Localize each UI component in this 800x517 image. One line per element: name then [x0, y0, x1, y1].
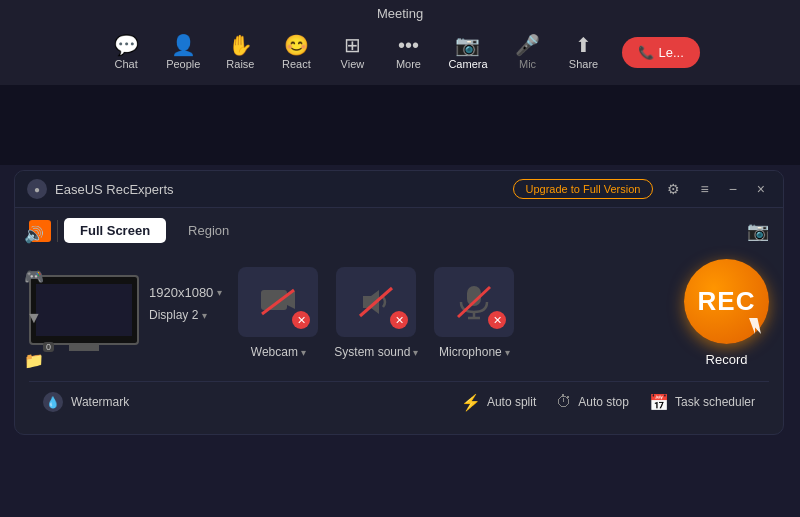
webcam-svg	[259, 287, 297, 317]
microphone-off-icon: ✕	[488, 311, 506, 329]
microphone-chevron: ▾	[505, 347, 510, 358]
toolbar-view[interactable]: ⊞ View	[326, 29, 378, 76]
sidebar-dropdown-icon[interactable]: ▼	[20, 304, 48, 332]
view-icon: ⊞	[344, 35, 361, 55]
phone-icon: 📞	[638, 45, 654, 60]
system-sound-button[interactable]: ✕ System sound ▾	[334, 267, 418, 359]
close-button[interactable]: ×	[751, 179, 771, 199]
display-selector[interactable]: Display 2 ▾	[149, 308, 222, 322]
toolbar-people[interactable]: 👤 People	[156, 29, 210, 76]
people-label: People	[166, 58, 200, 70]
rec-logo-area: ● EaseUS RecExperts	[27, 179, 174, 199]
chat-label: Chat	[115, 58, 138, 70]
react-icon: 😊	[284, 35, 309, 55]
more-label: More	[396, 58, 421, 70]
camera-label: Camera	[448, 58, 487, 70]
upgrade-button[interactable]: Upgrade to Full Version	[513, 179, 654, 199]
rec-titlebar: ● EaseUS RecExperts Upgrade to Full Vers…	[15, 171, 783, 208]
rec-app-name: EaseUS RecExperts	[55, 182, 174, 197]
webcam-chevron: ▾	[301, 347, 306, 358]
screenshot-icon[interactable]: 📷	[747, 220, 769, 242]
leave-button[interactable]: 📞 Le...	[622, 37, 700, 68]
auto-stop-icon: ⏱	[556, 393, 572, 411]
mic-icon: 🎤	[515, 35, 540, 55]
meeting-title: Meeting	[377, 0, 423, 25]
toolbar-more[interactable]: ••• More	[382, 29, 434, 76]
settings-button[interactable]: ⚙	[661, 179, 686, 199]
rec-experts-window: ● EaseUS RecExperts Upgrade to Full Vers…	[14, 170, 784, 435]
rec-logo-icon: ●	[27, 179, 47, 199]
raise-icon: ✋	[228, 35, 253, 55]
left-sidebar-panel: 🔊 🎮 ▼ 📁 0	[14, 210, 54, 384]
minimize-button[interactable]: −	[723, 179, 743, 199]
sidebar-gamepad-icon[interactable]: 🎮	[20, 262, 48, 290]
task-scheduler-label: Task scheduler	[675, 395, 755, 409]
webcam-button[interactable]: ✕ Webcam ▾	[238, 267, 318, 359]
resolution-chevron: ▾	[217, 287, 222, 298]
more-icon: •••	[398, 35, 419, 55]
watermark-control[interactable]: 💧 Watermark	[43, 392, 129, 412]
auto-split-control[interactable]: ⚡ Auto split	[461, 393, 536, 412]
rec-button-area: REC Record	[684, 259, 769, 367]
react-label: React	[282, 58, 311, 70]
resolution-selector[interactable]: 1920x1080 ▾	[149, 285, 222, 300]
record-label: Record	[706, 352, 748, 367]
auto-stop-label: Auto stop	[578, 395, 629, 409]
chat-icon: 💬	[114, 35, 139, 55]
rec-text: REC	[698, 286, 756, 317]
share-label: Share	[569, 58, 598, 70]
screen-preview: 1920x1080 ▾ Display 2 ▾	[29, 275, 222, 351]
rec-button[interactable]: REC	[684, 259, 769, 344]
webcam-off-icon: ✕	[292, 311, 310, 329]
bottom-bar: 💧 Watermark ⚡ Auto split ⏱ Auto stop 📅 T…	[29, 381, 769, 424]
tab-region[interactable]: Region	[172, 218, 245, 243]
microphone-button[interactable]: ✕ Microphone ▾	[434, 267, 514, 359]
meeting-toolbar: 💬 Chat 👤 People ✋ Raise 😊 React ⊞ View •…	[90, 25, 710, 80]
webcam-label: Webcam ▾	[251, 345, 306, 359]
tab-fullscreen[interactable]: Full Screen	[64, 218, 166, 243]
media-controls: ✕ Webcam ▾ ✕	[238, 267, 668, 359]
sidebar-files-icon[interactable]: 📁 0	[20, 346, 48, 374]
toolbar-raise[interactable]: ✋ Raise	[214, 29, 266, 76]
rec-titlebar-right: Upgrade to Full Version ⚙ ≡ − ×	[513, 179, 772, 199]
rec-content: Full Screen Region 📷 1920x1080	[15, 208, 783, 434]
toolbar-share[interactable]: ⬆ Share	[558, 29, 610, 76]
tab-row: Full Screen Region 📷	[29, 218, 769, 243]
task-scheduler-icon: 📅	[649, 393, 669, 412]
resolution-value: 1920x1080	[149, 285, 213, 300]
watermark-label: Watermark	[71, 395, 129, 409]
webcam-icon-box: ✕	[238, 267, 318, 337]
raise-label: Raise	[226, 58, 254, 70]
menu-button[interactable]: ≡	[694, 179, 714, 199]
auto-split-label: Auto split	[487, 395, 536, 409]
camera-icon: 📷	[455, 35, 480, 55]
sidebar-volume-icon[interactable]: 🔊	[20, 220, 48, 248]
microphone-svg	[455, 284, 493, 320]
background-area	[0, 85, 800, 165]
microphone-icon-box: ✕	[434, 267, 514, 337]
controls-row: 1920x1080 ▾ Display 2 ▾	[29, 253, 769, 373]
task-scheduler-control[interactable]: 📅 Task scheduler	[649, 393, 755, 412]
display-value: Display 2	[149, 308, 198, 322]
cursor-indicator	[749, 318, 761, 334]
system-sound-label: System sound ▾	[334, 345, 418, 359]
mic-label: Mic	[519, 58, 536, 70]
toolbar-mic[interactable]: 🎤 Mic	[502, 29, 554, 76]
monitor-stand	[69, 345, 99, 351]
display-chevron: ▾	[202, 310, 207, 321]
toolbar-react[interactable]: 😊 React	[270, 29, 322, 76]
auto-stop-control[interactable]: ⏱ Auto stop	[556, 393, 629, 411]
tab-divider	[57, 220, 58, 242]
auto-split-icon: ⚡	[461, 393, 481, 412]
files-badge-count: 0	[43, 342, 54, 352]
files-folder-icon: 📁	[24, 351, 44, 370]
people-icon: 👤	[171, 35, 196, 55]
system-sound-icon-box: ✕	[336, 267, 416, 337]
toolbar-chat[interactable]: 💬 Chat	[100, 29, 152, 76]
system-sound-svg	[357, 285, 395, 319]
toolbar-camera[interactable]: 📷 Camera	[438, 29, 497, 76]
system-sound-chevron: ▾	[413, 347, 418, 358]
meeting-bar: Meeting 💬 Chat 👤 People ✋ Raise 😊 React …	[0, 0, 800, 85]
system-sound-off-icon: ✕	[390, 311, 408, 329]
bottom-features: ⚡ Auto split ⏱ Auto stop 📅 Task schedule…	[461, 393, 755, 412]
